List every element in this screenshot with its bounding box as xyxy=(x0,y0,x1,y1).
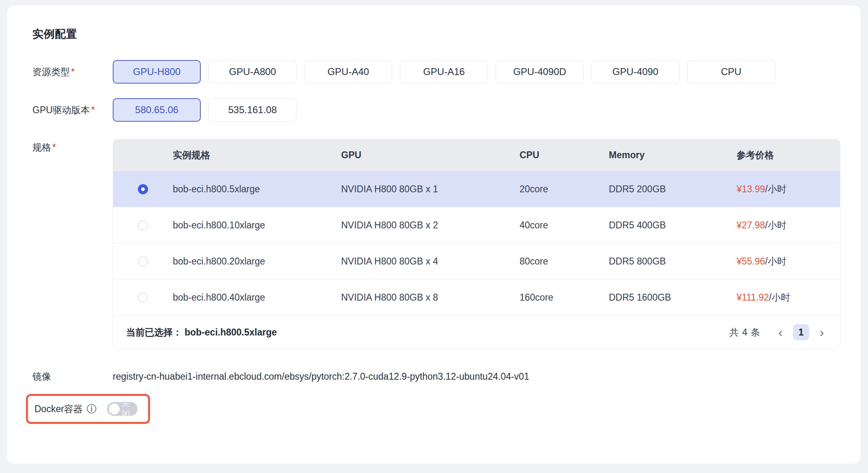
required-asterisk: * xyxy=(52,142,56,153)
price-value: ¥27.98 xyxy=(737,220,765,230)
resource-type-options: GPU-H800 GPU-A800 GPU-A40 GPU-A16 GPU-40… xyxy=(113,60,783,84)
toggle-knob xyxy=(109,404,120,415)
cell-cpu: 80core xyxy=(520,256,609,267)
required-asterisk: * xyxy=(91,105,95,115)
driver-version-options: 580.65.06 535.161.08 xyxy=(113,98,304,122)
cell-spec: bob-eci.h800.20xlarge xyxy=(173,256,341,267)
current-selection-value: bob-eci.h800.5xlarge xyxy=(185,327,277,338)
cell-gpu: NVIDIA H800 80GB x 1 xyxy=(341,184,520,195)
radio-selected-icon[interactable] xyxy=(138,184,148,194)
resource-option-cpu[interactable]: CPU xyxy=(687,60,775,84)
image-row: 镜像 registry-cn-huabei1-internal.ebcloud.… xyxy=(32,370,840,383)
price-unit: /小时 xyxy=(765,256,786,267)
header-cell-spec: 实例规格 xyxy=(173,149,341,161)
info-icon[interactable]: ⓘ xyxy=(87,404,97,414)
cell-price: ¥111.92/小时 xyxy=(737,291,840,304)
table-row[interactable]: bob-eci.h800.10xlarge NVIDIA H800 80GB x… xyxy=(113,207,840,243)
cell-price: ¥55.96/小时 xyxy=(737,255,840,268)
cell-cpu: 20core xyxy=(520,184,609,195)
cell-memory: DDR5 800GB xyxy=(609,256,737,267)
annotation-highlight-box: Docker容器 ⓘ 关闭 xyxy=(26,394,150,424)
total-count: 共 4 条 xyxy=(729,326,761,339)
cell-cpu: 40core xyxy=(520,220,609,231)
spec-row: 规格* 实例规格 GPU CPU Memory 参考价格 bob-eci.h80… xyxy=(32,139,840,349)
price-value: ¥55.96 xyxy=(737,256,765,267)
spec-table-footer: 当前已选择： bob-eci.h800.5xlarge 共 4 条 ‹ 1 › xyxy=(113,315,840,349)
cell-spec: bob-eci.h800.5xlarge xyxy=(173,184,341,195)
cell-spec: bob-eci.h800.10xlarge xyxy=(173,220,341,231)
image-label: 镜像 xyxy=(32,370,113,383)
pagination: 共 4 条 ‹ 1 › xyxy=(729,324,828,340)
resource-type-label: 资源类型* xyxy=(32,60,113,84)
resource-option-gpu-a800[interactable]: GPU-A800 xyxy=(208,60,296,84)
price-unit: /小时 xyxy=(769,292,790,303)
header-cell-price: 参考价格 xyxy=(737,149,840,161)
resource-option-gpu-4090d[interactable]: GPU-4090D xyxy=(496,60,584,84)
cell-memory: DDR5 1600GB xyxy=(609,292,737,303)
current-selection-label: 当前已选择： xyxy=(126,326,182,339)
cell-price: ¥13.99/小时 xyxy=(737,183,840,196)
driver-version-label: GPU驱动版本* xyxy=(32,98,113,122)
header-cell-cpu: CPU xyxy=(520,150,609,161)
radio-icon[interactable] xyxy=(138,220,148,230)
instance-config-panel: 实例配置 资源类型* GPU-H800 GPU-A800 GPU-A40 GPU… xyxy=(7,6,861,464)
toggle-state-label: 关闭 xyxy=(122,402,138,416)
table-row[interactable]: bob-eci.h800.20xlarge NVIDIA H800 80GB x… xyxy=(113,243,840,279)
spec-table: 实例规格 GPU CPU Memory 参考价格 bob-eci.h800.5x… xyxy=(113,139,840,349)
chevron-left-icon[interactable]: ‹ xyxy=(774,325,786,340)
docker-row: Docker容器 ⓘ 关闭 xyxy=(32,394,840,424)
spec-label: 规格* xyxy=(32,139,113,154)
resource-option-gpu-a40[interactable]: GPU-A40 xyxy=(304,60,392,84)
page-number-button[interactable]: 1 xyxy=(793,324,809,340)
radio-icon[interactable] xyxy=(138,292,148,303)
price-unit: /小时 xyxy=(765,220,786,230)
cell-gpu: NVIDIA H800 80GB x 4 xyxy=(341,256,520,267)
driver-option-535[interactable]: 535.161.08 xyxy=(208,98,296,122)
cell-cpu: 160core xyxy=(520,292,609,303)
docker-label: Docker容器 xyxy=(34,403,83,415)
docker-toggle[interactable]: 关闭 xyxy=(107,402,138,416)
cell-gpu: NVIDIA H800 80GB x 8 xyxy=(341,292,520,303)
resource-option-gpu-h800[interactable]: GPU-H800 xyxy=(113,60,201,84)
table-row[interactable]: bob-eci.h800.5xlarge NVIDIA H800 80GB x … xyxy=(113,171,840,207)
price-value: ¥111.92 xyxy=(737,292,769,303)
cell-memory: DDR5 400GB xyxy=(609,220,737,231)
header-cell-gpu: GPU xyxy=(341,150,520,161)
resource-option-gpu-a16[interactable]: GPU-A16 xyxy=(400,60,488,84)
price-unit: /小时 xyxy=(765,184,786,194)
resource-option-gpu-4090[interactable]: GPU-4090 xyxy=(591,60,679,84)
required-asterisk: * xyxy=(71,67,75,77)
table-row[interactable]: bob-eci.h800.40xlarge NVIDIA H800 80GB x… xyxy=(113,279,840,315)
chevron-right-icon[interactable]: › xyxy=(816,325,828,340)
image-value: registry-cn-huabei1-internal.ebcloud.com… xyxy=(113,370,529,383)
header-cell-memory: Memory xyxy=(609,150,737,161)
spec-table-header: 实例规格 GPU CPU Memory 参考价格 xyxy=(113,140,840,171)
driver-version-row: GPU驱动版本* 580.65.06 535.161.08 xyxy=(32,98,840,122)
price-value: ¥13.99 xyxy=(737,184,765,194)
cell-gpu: NVIDIA H800 80GB x 2 xyxy=(341,220,520,231)
resource-type-row: 资源类型* GPU-H800 GPU-A800 GPU-A40 GPU-A16 … xyxy=(32,60,840,84)
cell-memory: DDR5 200GB xyxy=(609,184,737,195)
page-title: 实例配置 xyxy=(32,27,840,41)
radio-icon[interactable] xyxy=(138,256,148,267)
cell-spec: bob-eci.h800.40xlarge xyxy=(173,292,341,303)
driver-option-580[interactable]: 580.65.06 xyxy=(113,98,201,122)
cell-price: ¥27.98/小时 xyxy=(737,219,840,232)
